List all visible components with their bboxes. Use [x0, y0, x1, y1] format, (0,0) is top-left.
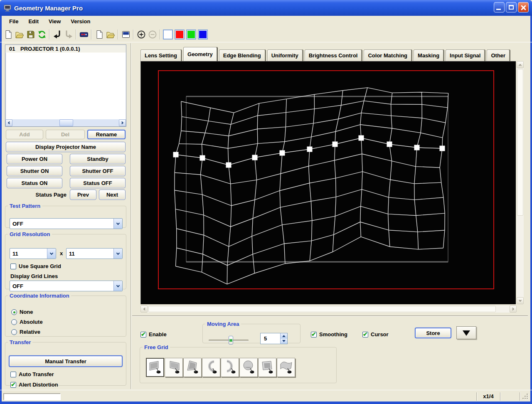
enable-checkbox[interactable]: Enable — [140, 331, 167, 337]
status-page-next-button[interactable]: Next — [99, 190, 126, 200]
del-button[interactable]: Del — [46, 130, 85, 139]
scroll-left-button[interactable] — [140, 305, 148, 313]
free-grid-preset-cylinder-concave-button[interactable] — [202, 358, 220, 377]
store-button[interactable]: Store — [415, 328, 451, 338]
resize-grip[interactable] — [522, 394, 529, 400]
color-blue-button[interactable] — [198, 30, 208, 39]
chevron-down-icon[interactable] — [113, 249, 122, 259]
manual-transfer-button[interactable]: Manual Transfer — [9, 355, 123, 367]
slider-thumb[interactable] — [229, 336, 233, 345]
window-display-button[interactable] — [120, 29, 131, 40]
new-file-button[interactable] — [2, 29, 14, 40]
free-grid-preset-angled-screen-button[interactable] — [258, 358, 276, 377]
tab-geometry[interactable]: Geometry — [183, 47, 217, 61]
color-red-button[interactable] — [175, 30, 185, 39]
alert-distortion-checkbox[interactable]: Alert Distortion — [10, 382, 58, 388]
projector-list-item[interactable]: 01PROJECTOR 1 (0.0.0.1) — [5, 45, 126, 53]
standby-button[interactable]: Standby — [70, 154, 126, 164]
smoothing-checkbox[interactable]: Smoothing — [311, 331, 347, 337]
free-grid-preset-flat-screen-right-button[interactable] — [165, 358, 183, 377]
coordinate-radio-none[interactable]: None — [11, 309, 43, 315]
status-page-prev-button[interactable]: Prev — [70, 190, 96, 200]
display-grid-lines-select[interactable]: OFF — [10, 281, 123, 291]
tab-color-matching[interactable]: Color Matching — [364, 49, 411, 61]
open-file-button[interactable] — [14, 29, 25, 40]
menu-version[interactable]: Version — [66, 17, 95, 25]
grid-h-select[interactable]: 11 — [10, 248, 56, 259]
chevron-down-icon[interactable] — [113, 281, 122, 291]
vertical-scroll-thumb[interactable] — [517, 69, 523, 216]
canvas-vertical-scrollbar[interactable] — [517, 61, 524, 304]
canvas-horizontal-scrollbar[interactable] — [140, 305, 517, 313]
free-grid-preset-tilted-screen-button[interactable] — [183, 358, 202, 377]
scroll-up-button[interactable] — [517, 61, 524, 68]
new-pattern-button[interactable] — [94, 29, 105, 40]
menu-file[interactable]: File — [4, 17, 23, 25]
minimize-button[interactable] — [494, 2, 505, 12]
status-on-button[interactable]: Status ON — [7, 178, 62, 188]
dome-icon — [240, 359, 257, 376]
window-edge-left — [0, 16, 2, 402]
tab-other[interactable]: Other — [487, 49, 510, 61]
color-white-button[interactable] — [163, 30, 173, 39]
use-square-grid-label: Use Square Grid — [19, 263, 61, 269]
zoom-out-button[interactable] — [147, 29, 158, 40]
scrollbar-track[interactable] — [517, 68, 524, 297]
zoom-in-button[interactable] — [135, 29, 147, 40]
geometry-canvas[interactable] — [140, 61, 516, 304]
smoothing-label: Smoothing — [319, 331, 347, 337]
close-button[interactable] — [518, 2, 529, 12]
tab-masking[interactable]: Masking — [414, 49, 443, 61]
assign-left-arrow-button[interactable] — [52, 29, 63, 40]
tab-brightness-control[interactable]: Brightness Control — [305, 49, 362, 61]
test-pattern-select[interactable]: OFF — [10, 218, 123, 229]
free-grid-preset-dome-button[interactable] — [239, 358, 258, 377]
coordinate-radio-relative[interactable]: Relative — [11, 329, 43, 335]
coordinate-radio-absolute[interactable]: Absolute — [11, 319, 43, 325]
free-grid-preset-cylinder-convex-button[interactable] — [221, 358, 239, 377]
menu-edit[interactable]: Edit — [23, 17, 44, 25]
projector-list-scrollbar[interactable] — [5, 119, 126, 126]
shutter-off-button[interactable]: Shutter OFF — [70, 166, 126, 176]
remote-control-button[interactable] — [78, 29, 89, 40]
tab-edge-blending[interactable]: Edge Blending — [219, 49, 265, 61]
horizontal-scroll-thumb[interactable] — [59, 119, 73, 126]
cursor-checkbox[interactable]: Cursor — [362, 331, 389, 337]
moving-area-slider[interactable] — [209, 340, 249, 341]
auto-transfer-checkbox[interactable]: Auto Transfer — [10, 371, 54, 377]
projector-list[interactable]: 01PROJECTOR 1 (0.0.0.1) — [5, 44, 126, 127]
use-square-grid-checkbox[interactable]: Use Square Grid — [10, 263, 61, 269]
scroll-left-button[interactable] — [5, 119, 12, 126]
maximize-button[interactable] — [506, 2, 517, 12]
power-on-button[interactable]: Power ON — [7, 154, 62, 164]
scrollbar-track[interactable] — [148, 305, 510, 313]
status-off-button[interactable]: Status OFF — [70, 178, 126, 188]
assign-right-arrow-button[interactable] — [63, 29, 74, 40]
grid-v-select[interactable]: 11 — [66, 248, 123, 259]
refresh-button[interactable] — [36, 29, 47, 40]
free-grid-preset-wave-screen-button[interactable] — [277, 358, 295, 377]
spinner-down-button[interactable] — [281, 339, 287, 344]
scroll-right-button[interactable] — [510, 305, 517, 313]
free-grid-preset-flat-screen-button[interactable] — [146, 358, 164, 377]
save-file-button[interactable] — [25, 29, 36, 40]
menu-view[interactable]: View — [44, 17, 66, 25]
store-menu-button[interactable] — [456, 326, 476, 339]
spinner-up-button[interactable] — [281, 333, 287, 339]
moving-area-spinner[interactable]: 5 — [260, 333, 288, 344]
display-projector-name-button[interactable]: Display Projector Name — [6, 142, 126, 152]
rename-button[interactable]: Rename — [87, 130, 126, 139]
add-button[interactable]: Add — [6, 130, 43, 139]
open-pattern-button[interactable] — [105, 29, 116, 40]
tab-uniformity[interactable]: Uniformity — [267, 49, 303, 61]
tab-input-signal[interactable]: Input Signal — [446, 49, 485, 61]
chevron-down-icon[interactable] — [47, 249, 56, 259]
scroll-right-button[interactable] — [119, 119, 126, 126]
shutter-on-button[interactable]: Shutter ON — [7, 166, 62, 176]
scroll-down-button[interactable] — [517, 297, 524, 304]
horizontal-scroll-thumb[interactable] — [148, 306, 496, 312]
scrollbar-track[interactable] — [12, 119, 119, 126]
color-green-button[interactable] — [186, 30, 196, 39]
chevron-down-icon[interactable] — [113, 219, 122, 229]
tab-lens-setting[interactable]: Lens Setting — [140, 49, 181, 61]
